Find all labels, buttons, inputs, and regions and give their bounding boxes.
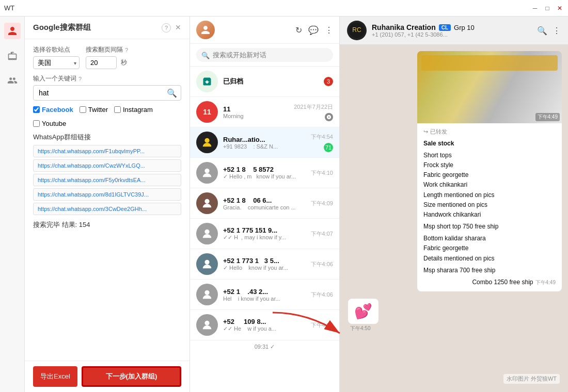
- chat-detail-panel: RC Ruhanika Creation CL Grp 10 +1 (201) …: [340, 17, 568, 392]
- hearts-time: 下午4:50: [348, 325, 378, 332]
- interval-input[interactable]: [86, 56, 117, 69]
- user-avatar: [196, 21, 215, 39]
- link-item-2[interactable]: https://chat.whatsapp.com/CwzWYxLGQ...: [33, 159, 181, 172]
- chat-item-52-3[interactable]: +52 1 775 151 9... ✓✓ H , may i know if …: [190, 219, 339, 249]
- watermark-text: 水印图片 外贸狼WT: [507, 375, 557, 383]
- site-select-wrap[interactable]: 美国: [33, 56, 80, 69]
- chat-item-52-5[interactable]: +52 1 .43 2... Hel i know if you ar... 下…: [190, 280, 339, 310]
- interval-input-row: 秒: [86, 56, 128, 69]
- chat-header-icons: ↻ 💬 ⋮: [295, 25, 333, 35]
- chat-item-11[interactable]: 11 11 Morning 2021年7月22日: [190, 97, 339, 127]
- combo-time: 下午4:49: [535, 279, 556, 287]
- panel-close-btn[interactable]: ✕: [175, 23, 181, 32]
- chat-time-52-1: 下午4:10: [311, 169, 333, 177]
- svg-point-6: [204, 321, 209, 325]
- chat-avatar-52-1: [196, 162, 218, 184]
- chat-preview-52-1: ✓ Hello , m know if you ar...: [223, 173, 306, 180]
- site-select[interactable]: 美国: [33, 56, 80, 69]
- link-item-3[interactable]: https://chat.whatsapp.com/F5y0rkvdtsEA..…: [33, 174, 181, 186]
- interval-unit: 秒: [121, 58, 127, 67]
- sidebar-item-person[interactable]: [4, 23, 21, 39]
- cl-badge: CL: [439, 24, 451, 31]
- youtube-label: Youtube: [42, 120, 66, 127]
- site-interval-row: 选择谷歌站点 美国 搜索翻页间隔 ? 秒: [33, 45, 181, 69]
- chat-avatar-52-4: [196, 253, 218, 275]
- export-excel-button[interactable]: 导出Excel: [33, 366, 77, 387]
- interval-help-icon[interactable]: ?: [125, 47, 128, 53]
- chat-preview-52-5: Hel i know if you ar...: [223, 296, 306, 302]
- archived-badge: 3: [324, 77, 333, 86]
- search-chat-icon[interactable]: 🔍: [537, 26, 547, 36]
- archived-meta: 3: [324, 77, 333, 86]
- msg-details-mentioned: Details mentioned on pics: [423, 254, 556, 264]
- detail-icons: 🔍 ⋮: [537, 26, 561, 36]
- chat-avatar-52-2: [196, 192, 218, 214]
- detail-name: Ruhanika Creation CL Grp 10: [372, 23, 532, 31]
- links-section: WhatsApp群组链接 https://chat.whatsapp.com/F…: [33, 133, 181, 215]
- youtube-checkbox[interactable]: Youtube: [33, 120, 66, 127]
- facebook-checkbox[interactable]: Facebook: [33, 106, 73, 113]
- facebook-check-input[interactable]: [33, 106, 40, 113]
- chat-meta-52-4: 下午4:06: [311, 260, 333, 268]
- site-label: 选择谷歌站点: [33, 45, 80, 54]
- chat-item-52-1[interactable]: +52 1 8 5 8572 ✓ Hello , m know if you a…: [190, 158, 339, 188]
- maximize-button[interactable]: □: [543, 4, 551, 12]
- chat-name-52-3: +52 1 775 151 9...: [223, 226, 306, 234]
- close-button[interactable]: ✕: [556, 4, 564, 12]
- interval-group: 搜索翻页间隔 ? 秒: [86, 45, 128, 69]
- chat-avatar-52-3: [196, 223, 218, 244]
- combo-text: Combo 1250 free ship: [472, 277, 533, 287]
- chat-detail-header: RC Ruhanika Creation CL Grp 10 +1 (201) …: [340, 17, 568, 45]
- chat-search-input-wrap: 🔍: [196, 48, 333, 62]
- twitter-check-input[interactable]: [80, 106, 86, 113]
- chat-item-52-4[interactable]: +52 1 773 1 3 5... ✓ Hello know if you a…: [190, 249, 339, 280]
- next-step-button[interactable]: 下一步(加入群组): [82, 366, 181, 387]
- archive-icon-box: [196, 71, 218, 92]
- links-label: WhatsApp群组链接: [33, 133, 181, 142]
- youtube-check-input[interactable]: [33, 120, 40, 127]
- chat-avatar-52-6: [196, 314, 218, 336]
- archived-label: 已归档: [223, 77, 319, 86]
- link-item-1[interactable]: https://chat.whatsapp.com/F1ubqvlmyPP...: [33, 145, 181, 157]
- chat-name-52-4: +52 1 773 1 3 5...: [223, 257, 306, 265]
- chat-search: 🔍: [190, 44, 339, 67]
- link-item-5[interactable]: https://chat.whatsapp.com/3CwDee2GHh...: [33, 203, 181, 215]
- link-item-4[interactable]: https://chat.whatsapp.com/8d1IGLTVC39J..…: [33, 188, 181, 201]
- minimize-button[interactable]: ─: [531, 4, 539, 12]
- chat-name-52-5: +52 1 .43 2...: [223, 288, 306, 296]
- keyword-search-icon[interactable]: 🔍: [167, 88, 177, 98]
- chat-item-ruhanika[interactable]: Ruhar...atio... +91 9823 : S&Z N... 下午4:…: [190, 127, 339, 158]
- refresh-icon[interactable]: ↻: [295, 25, 302, 35]
- sidebar-item-briefcase[interactable]: [4, 47, 21, 64]
- sidebar-item-users[interactable]: [4, 72, 21, 89]
- chat-badge-ruhanika: 71: [324, 143, 333, 152]
- forwarded-label: ↪ 已转发: [423, 127, 556, 137]
- panel-body: 选择谷歌站点 美国 搜索翻页间隔 ? 秒: [25, 39, 190, 361]
- twitter-checkbox[interactable]: Twitter: [80, 106, 108, 113]
- chat-search-icon: 🔍: [201, 51, 210, 59]
- menu-icon[interactable]: ⋮: [325, 25, 333, 35]
- facebook-label: Facebook: [42, 106, 73, 113]
- keyword-help-icon[interactable]: ?: [78, 76, 82, 82]
- msg-length-mentioned: Length mentioned on pics: [423, 190, 556, 200]
- message-text-bubble: ↪ 已转发 Sale stock Short tops Frock style …: [417, 123, 562, 291]
- detail-menu-icon[interactable]: ⋮: [553, 26, 561, 36]
- archived-item[interactable]: 已归档 3: [190, 67, 339, 97]
- panel-help-btn[interactable]: ?: [162, 23, 171, 32]
- chat-meta-52-6: 下午4:04: [311, 321, 333, 329]
- chat-item-52-6[interactable]: +52 109 8... ✓✓ He w if you a... 下午4:04: [190, 310, 339, 340]
- chat-meta-52-1: 下午4:10: [311, 169, 333, 177]
- chat-item-52-2[interactable]: +52 1 8 06 6... Gracia. comunicarte con …: [190, 188, 339, 219]
- chat-content-ruhanika: Ruhar...atio... +91 9823 : S&Z N...: [223, 136, 306, 150]
- google-panel: Google搜索群组 ? ✕ 选择谷歌站点 美国: [25, 17, 190, 392]
- keyword-input[interactable]: [33, 85, 181, 101]
- instagram-checkbox[interactable]: Instagram: [114, 106, 153, 113]
- main-container: Google搜索群组 ? ✕ 选择谷歌站点 美国: [0, 17, 568, 392]
- chat-preview-ruhanika: +91 9823 : S&Z N...: [223, 143, 306, 150]
- instagram-check-input[interactable]: [114, 106, 121, 113]
- keyword-section: 输入一个关键词 ? 🔍: [33, 74, 181, 101]
- chat-search-input[interactable]: [196, 48, 333, 62]
- msg-short-tops: Short tops: [423, 151, 556, 160]
- chat-icon[interactable]: 💬: [308, 25, 319, 35]
- svg-point-2: [204, 199, 209, 204]
